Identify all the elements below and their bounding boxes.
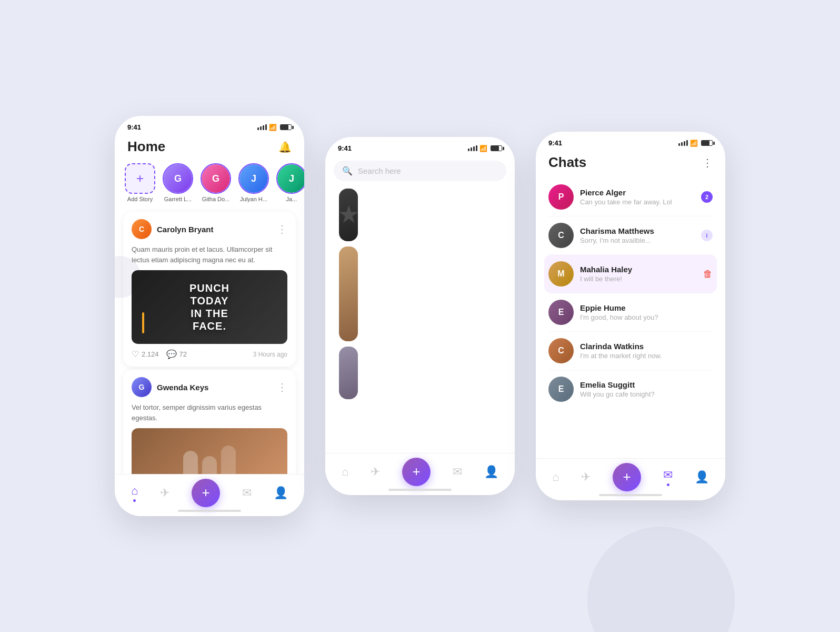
mahalia-info: Mahalia Haley I will be there! [580, 265, 697, 283]
post-2-username: Gwenda Keys [157, 383, 208, 392]
post-2-menu[interactable]: ⋮ [277, 381, 287, 393]
post-1-menu[interactable]: ⋮ [277, 223, 287, 235]
post-2-text: Vel tortor, semper dignissim varius eges… [132, 402, 287, 423]
delete-icon[interactable]: 🗑 [703, 269, 713, 280]
post-1-actions: ♡ 2.124 💬 72 3 Hours ago [132, 349, 287, 359]
decorative-circle [587, 527, 735, 632]
nav-profile-icon[interactable]: 👤 [274, 486, 288, 500]
wifi-icon-3: 📶 [690, 140, 698, 147]
mahalia-name: Mahalia Haley [580, 265, 697, 274]
time-3: 9:41 [548, 139, 562, 147]
garrett-avatar: G [164, 164, 192, 193]
julyan-avatar: J [239, 164, 268, 193]
notification-bell-icon[interactable]: 🔔 [278, 141, 292, 153]
post-1-image: PUNCHTODAYIN THEFACE. [132, 270, 287, 344]
nav-home-icon[interactable]: ⌂ [131, 484, 138, 502]
nav3-add-button[interactable]: + [613, 463, 641, 491]
home-indicator-3 [599, 494, 662, 496]
phone-home: 9:41 📶 Home 🔔 + Add Story G Garrett L...… [115, 116, 304, 516]
julyan-label: Julyan H... [238, 196, 269, 202]
nav3-mail-icon[interactable]: ✉ [663, 468, 673, 486]
emelia-info: Emelia Suggitt Will you go cafe tonight? [580, 380, 713, 398]
clarinda-name: Clarinda Watkins [580, 342, 713, 351]
ja-avatar: J [277, 164, 304, 193]
chat-pierce[interactable]: P Pierce Alger Can you take me far away.… [544, 178, 717, 216]
pierce-preview: Can you take me far away. Lol [580, 198, 695, 206]
comment-action[interactable]: 💬 72 [166, 349, 187, 359]
nav3-profile-icon[interactable]: 👤 [695, 470, 709, 484]
charisma-preview: Sorry, I'm not availble... [580, 236, 695, 244]
like-action[interactable]: ♡ 2.124 [132, 349, 159, 359]
gallery-item-2[interactable]: ★ [339, 189, 358, 241]
pierce-name: Pierce Alger [580, 188, 695, 197]
pierce-badge: 2 [701, 191, 713, 203]
status-icons-1: 📶 [257, 124, 292, 131]
comment-count: 72 [179, 350, 187, 358]
pierce-info: Pierce Alger Can you take me far away. L… [580, 188, 695, 206]
chat-mahalia[interactable]: M Mahalia Haley I will be there! 🗑 [544, 255, 717, 293]
gallery-col-2: ★ [339, 189, 358, 415]
add-story-label: Add Story [124, 196, 156, 202]
gallery-item-4[interactable] [339, 246, 358, 341]
nav2-mail-icon[interactable]: ✉ [453, 465, 462, 479]
status-bar-1: 9:41 📶 [115, 116, 304, 134]
mahalia-preview: I will be there! [580, 275, 697, 283]
nav-send-icon[interactable]: ✈ [160, 486, 169, 500]
gallery-item-6[interactable] [339, 347, 358, 399]
mahalia-avatar: M [548, 261, 574, 287]
stories-row: + Add Story G Garrett L... G Githa Do...… [115, 161, 304, 209]
post-2-header: G Gwenda Keys ⋮ [132, 377, 287, 397]
nav3-mail-dot [667, 483, 669, 486]
eppie-preview: I'm good, how about you? [580, 313, 713, 321]
search-placeholder: Search here [358, 166, 401, 175]
story-githa[interactable]: G Githa Do... [200, 163, 232, 202]
pierce-avatar: P [548, 184, 574, 210]
search-bar[interactable]: 🔍 Search here [334, 161, 506, 181]
status-icons-2: 📶 [468, 145, 502, 152]
nav2-profile-icon[interactable]: 👤 [484, 465, 498, 479]
time-2: 9:41 [338, 144, 352, 152]
chat-eppie[interactable]: E Eppie Hume I'm good, how about you? [544, 293, 717, 331]
nav-home-dot [133, 499, 136, 502]
wifi-icon-2: 📶 [479, 145, 487, 152]
emelia-name: Emelia Suggitt [580, 380, 713, 389]
status-bar-2: 9:41 📶 [325, 137, 515, 155]
githa-label: Githa Do... [200, 196, 232, 202]
emelia-avatar: E [548, 377, 574, 402]
nav-add-button[interactable]: + [192, 479, 220, 507]
nav-mail-icon[interactable]: ✉ [242, 486, 252, 500]
nav3-send-icon[interactable]: ✈ [581, 470, 591, 484]
phone-explore: 9:41 📶 🔍 Search here [325, 137, 515, 495]
add-story-item[interactable]: + Add Story [124, 163, 156, 202]
add-story-button[interactable]: + [125, 163, 155, 194]
carolyn-avatar: C [132, 219, 152, 239]
chat-list: P Pierce Alger Can you take me far away.… [536, 178, 725, 408]
nav3-home-icon[interactable]: ⌂ [552, 470, 559, 484]
chat-charisma[interactable]: C Charisma Matthews Sorry, I'm not avail… [544, 216, 717, 254]
ja-label: Ja... [276, 196, 304, 202]
charisma-badge: i [701, 230, 713, 241]
chats-menu-icon[interactable]: ⋮ [702, 156, 713, 169]
nav2-add-button[interactable]: + [402, 458, 431, 486]
chat-clarinda[interactable]: C Clarinda Watkins I'm at the market rig… [544, 332, 717, 370]
post-1-time: 3 Hours ago [253, 351, 287, 358]
chat-emelia[interactable]: E Emelia Suggitt Will you go cafe tonigh… [544, 370, 717, 408]
chats-title: Chats [548, 154, 586, 171]
clarinda-avatar: C [548, 338, 574, 363]
nav2-send-icon[interactable]: ✈ [371, 465, 380, 479]
gwenda-avatar: G [132, 377, 152, 397]
nav2-home-icon[interactable]: ⌂ [342, 465, 348, 479]
post-1-text: Quam mauris proin et et lacus. Ullamcorp… [132, 244, 287, 265]
comment-icon: 💬 [166, 349, 177, 359]
charisma-avatar: C [548, 223, 574, 248]
story-julyan[interactable]: J Julyan H... [238, 163, 269, 202]
story-ja[interactable]: J Ja... [276, 163, 304, 202]
story-garrett[interactable]: G Garrett L... [162, 163, 194, 202]
post-1-username: Carolyn Bryant [157, 225, 214, 234]
home-header: Home 🔔 [115, 134, 304, 161]
charisma-info: Charisma Matthews Sorry, I'm not availbl… [580, 226, 695, 244]
wifi-icon: 📶 [269, 124, 277, 131]
time-1: 9:41 [127, 123, 141, 131]
status-icons-3: 📶 [678, 140, 713, 147]
gallery-grid: ★ [325, 189, 515, 415]
